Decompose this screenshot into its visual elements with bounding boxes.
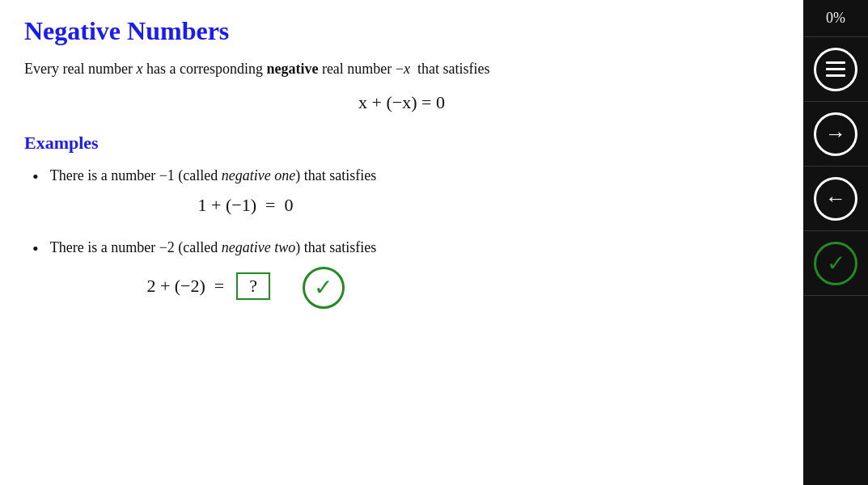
example-2-content: There is a number −2 (called negative tw… [50, 237, 377, 323]
examples-title: Examples [24, 133, 779, 154]
example-2-text: There is a number −2 (called negative tw… [50, 239, 377, 255]
arrow-left-icon: ← [825, 188, 846, 209]
menu-icon-circle [814, 48, 857, 91]
page-title: Negative Numbers [24, 16, 779, 46]
menu-line-3 [826, 74, 845, 77]
bullet-dot-1: • [32, 165, 39, 190]
example-item-1: • There is a number −1 (called negative … [32, 165, 779, 230]
back-button[interactable]: ← [803, 167, 868, 231]
arrow-right-icon: → [825, 124, 846, 145]
progress-percentage: 0% [803, 0, 868, 37]
main-content: Negative Numbers Every real number x has… [0, 0, 803, 485]
sidebar: 0% → ← ✓ [803, 0, 868, 485]
menu-line-1 [826, 61, 845, 64]
next-icon-circle: → [814, 112, 857, 156]
example-1-text: There is a number −1 (called negative on… [50, 167, 377, 183]
menu-lines-icon [826, 61, 845, 77]
answer-input-box[interactable]: ? [236, 272, 270, 300]
check-circle-icon[interactable]: ✓ [303, 267, 345, 309]
confirm-icon-circle: ✓ [814, 242, 857, 285]
intro-paragraph: Every real number x has a corresponding … [24, 61, 779, 78]
next-button[interactable]: → [803, 102, 868, 167]
example-1-content: There is a number −1 (called negative on… [50, 165, 377, 230]
confirm-button[interactable]: ✓ [803, 231, 868, 296]
example-item-2: • There is a number −2 (called negative … [32, 237, 779, 323]
main-formula: x + (−x) = 0 [24, 92, 779, 113]
menu-button[interactable] [803, 37, 868, 102]
back-icon-circle: ← [814, 177, 857, 221]
confirm-checkmark-icon: ✓ [827, 252, 845, 275]
example-2-formula: 2 + (−2) = ? ✓ [115, 267, 377, 309]
checkmark-symbol: ✓ [314, 276, 332, 299]
examples-list: • There is a number −1 (called negative … [24, 165, 779, 323]
bullet-dot-2: • [32, 237, 39, 262]
menu-line-2 [826, 68, 845, 70]
example-1-formula: 1 + (−1) = 0 [115, 195, 377, 216]
